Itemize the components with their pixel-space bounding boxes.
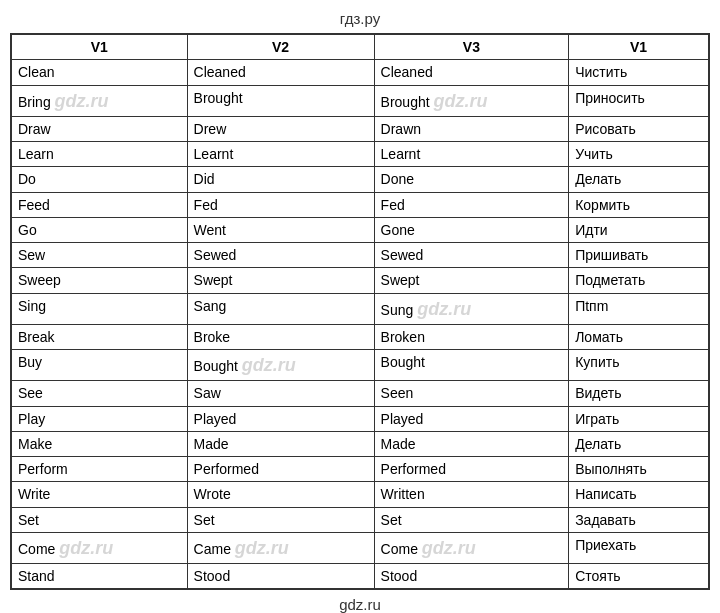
table-cell: Drew <box>187 116 374 141</box>
footer-title: gdz.ru <box>339 596 381 613</box>
table-cell: Broken <box>374 324 569 349</box>
table-row: SeeSawSeenВидеть <box>12 381 709 406</box>
table-cell: Performed <box>374 457 569 482</box>
table-row: GoWentGoneИдти <box>12 217 709 242</box>
col-header-v2: V2 <box>187 35 374 60</box>
table-cell: Stood <box>374 564 569 589</box>
table-row: SetSetSetЗадавать <box>12 507 709 532</box>
table-cell: Set <box>12 507 188 532</box>
table-cell: Played <box>374 406 569 431</box>
table-row: MakeMadeMadeДелать <box>12 431 709 456</box>
table-cell: Performed <box>187 457 374 482</box>
table-row: PerformPerformedPerformedВыполнять <box>12 457 709 482</box>
header-title: гдз.ру <box>340 10 380 27</box>
table-row: DoDidDoneДелать <box>12 167 709 192</box>
table-cell: Чистить <box>569 60 709 85</box>
table-cell: Drawn <box>374 116 569 141</box>
watermark: gdz.ru <box>55 88 109 114</box>
table-row: BreakBrokeBrokenЛомать <box>12 324 709 349</box>
table-cell: Выполнять <box>569 457 709 482</box>
table-cell: Приносить <box>569 85 709 116</box>
table-cell: Brought gdz.ru <box>374 85 569 116</box>
table-row: BuyBought gdz.ruBoughtКупить <box>12 350 709 381</box>
table-cell: See <box>12 381 188 406</box>
table-cell: Go <box>12 217 188 242</box>
table-cell: Make <box>12 431 188 456</box>
col-header-v3: V3 <box>374 35 569 60</box>
watermark: gdz.ru <box>235 535 289 561</box>
verb-table: V1 V2 V3 V1 CleanCleanedCleanedЧиститьBr… <box>11 34 709 589</box>
table-cell: Come gdz.ru <box>12 533 188 564</box>
table-cell: Cleaned <box>374 60 569 85</box>
table-row: StandStoodStoodСтоять <box>12 564 709 589</box>
table-cell: Saw <box>187 381 374 406</box>
table-cell: Played <box>187 406 374 431</box>
table-cell: Made <box>187 431 374 456</box>
table-cell: Set <box>374 507 569 532</box>
table-cell: Learn <box>12 141 188 166</box>
table-cell: Swept <box>374 268 569 293</box>
table-cell: Break <box>12 324 188 349</box>
table-cell: Gone <box>374 217 569 242</box>
table-cell: Learnt <box>374 141 569 166</box>
watermark: gdz.ru <box>434 88 488 114</box>
table-cell: Come gdz.ru <box>374 533 569 564</box>
watermark: gdz.ru <box>242 352 296 378</box>
table-cell: Write <box>12 482 188 507</box>
table-cell: Play <box>12 406 188 431</box>
table-cell: Fed <box>187 192 374 217</box>
table-cell: Do <box>12 167 188 192</box>
table-row: CleanCleanedCleanedЧистить <box>12 60 709 85</box>
table-cell: Learnt <box>187 141 374 166</box>
table-cell: Видеть <box>569 381 709 406</box>
table-row: SewSewedSewedПришивать <box>12 243 709 268</box>
table-cell: Идти <box>569 217 709 242</box>
table-cell: Рисовать <box>569 116 709 141</box>
table-cell: Fed <box>374 192 569 217</box>
table-cell: Пришивать <box>569 243 709 268</box>
table-cell: Came gdz.ru <box>187 533 374 564</box>
table-cell: Clean <box>12 60 188 85</box>
table-cell: Пtпm <box>569 293 709 324</box>
table-cell: Buy <box>12 350 188 381</box>
table-row: Come gdz.ruCame gdz.ruCome gdz.ruПриехат… <box>12 533 709 564</box>
table-cell: Ломать <box>569 324 709 349</box>
table-cell: Приехать <box>569 533 709 564</box>
table-cell: Broke <box>187 324 374 349</box>
table-row: LearnLearntLearntУчить <box>12 141 709 166</box>
table-cell: Perform <box>12 457 188 482</box>
table-cell: Sweep <box>12 268 188 293</box>
table-cell: Went <box>187 217 374 242</box>
table-cell: Играть <box>569 406 709 431</box>
table-cell: Sew <box>12 243 188 268</box>
watermark: gdz.ru <box>422 535 476 561</box>
table-cell: Did <box>187 167 374 192</box>
table-cell: Sung gdz.ru <box>374 293 569 324</box>
table-cell: Sang <box>187 293 374 324</box>
table-cell: Brought <box>187 85 374 116</box>
table-cell: Made <box>374 431 569 456</box>
table-row: Bring gdz.ruBroughtBrought gdz.ruПриноси… <box>12 85 709 116</box>
col-header-v1-ru: V1 <box>569 35 709 60</box>
verb-table-wrapper: V1 V2 V3 V1 CleanCleanedCleanedЧиститьBr… <box>10 33 710 590</box>
table-cell: Cleaned <box>187 60 374 85</box>
table-row: FeedFedFedКормить <box>12 192 709 217</box>
table-cell: Купить <box>569 350 709 381</box>
table-cell: Делать <box>569 431 709 456</box>
table-cell: Stand <box>12 564 188 589</box>
table-cell: Draw <box>12 116 188 141</box>
table-cell: Feed <box>12 192 188 217</box>
watermark: gdz.ru <box>417 296 471 322</box>
table-cell: Stood <box>187 564 374 589</box>
table-cell: Делать <box>569 167 709 192</box>
table-cell: Bring gdz.ru <box>12 85 188 116</box>
table-cell: Swept <box>187 268 374 293</box>
table-cell: Written <box>374 482 569 507</box>
table-row: WriteWroteWrittenНаписать <box>12 482 709 507</box>
table-cell: Seen <box>374 381 569 406</box>
table-row: PlayPlayedPlayedИграть <box>12 406 709 431</box>
table-cell: Sewed <box>374 243 569 268</box>
table-cell: Set <box>187 507 374 532</box>
watermark: gdz.ru <box>59 535 113 561</box>
table-cell: Учить <box>569 141 709 166</box>
